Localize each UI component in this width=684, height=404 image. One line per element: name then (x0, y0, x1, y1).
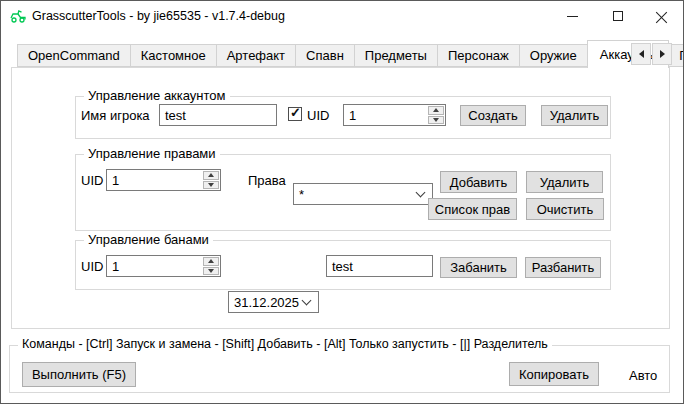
tab-label: Кастомное (141, 48, 206, 63)
ban-group-title: Управление банами (84, 232, 213, 247)
ban-date-picker[interactable]: 31.12.2025 (228, 291, 319, 313)
ban-uid-label: UID (81, 259, 103, 274)
run-command-button[interactable]: Выполнить (F5) (22, 362, 136, 387)
window-title: GrasscutterTools - by jie65535 - v1.7.4-… (32, 9, 285, 23)
spinner-up-icon[interactable] (203, 171, 219, 180)
tab-predmety[interactable]: Предметы (354, 44, 438, 67)
player-name-label: Имя игрока (81, 108, 150, 123)
account-group-title: Управление аккаунтом (84, 88, 230, 103)
unban-button[interactable]: Разбанить (525, 257, 601, 278)
spinner-up-icon[interactable] (203, 257, 219, 266)
spinner-down-icon[interactable] (203, 267, 219, 276)
title-bar: GrasscutterTools - by jie65535 - v1.7.4-… (1, 1, 683, 31)
maximize-button[interactable] (595, 1, 641, 31)
ban-uid-spinner[interactable]: 1 (106, 255, 221, 277)
minimize-icon (567, 16, 578, 17)
tab-label: OpenCommand (28, 48, 120, 63)
delete-account-button[interactable]: Удалить (541, 105, 608, 126)
command-group-title: Команды - [Ctrl] Запуск и замена - [Shif… (18, 337, 552, 351)
minimize-button[interactable] (549, 1, 595, 31)
tab-label: Предметы (365, 48, 427, 63)
chevron-down-icon (302, 296, 312, 306)
permission-value: * (299, 187, 304, 202)
close-icon (656, 10, 668, 22)
tab-opencommand[interactable]: OpenCommand (17, 44, 131, 67)
ban-date-value: 31.12.2025 (234, 295, 299, 310)
tab-label: Артефакт (227, 48, 285, 63)
spinner-down-icon[interactable] (428, 116, 444, 125)
maximize-icon (613, 11, 623, 21)
list-permissions-button[interactable]: Список прав (428, 198, 517, 220)
tab-artefakt[interactable]: Артефакт (216, 44, 296, 67)
permission-uid-value: 1 (107, 170, 203, 190)
close-button[interactable] (639, 1, 684, 31)
account-uid-spinner[interactable]: 1 (343, 104, 446, 126)
permission-label: Права (248, 173, 286, 188)
account-uid-value: 1 (344, 105, 428, 125)
app-window: GrasscutterTools - by jie65535 - v1.7.4-… (0, 0, 684, 404)
permission-combobox[interactable]: * (293, 183, 433, 205)
tab-spavn[interactable]: Спавн (295, 44, 355, 67)
tab-personazh[interactable]: Персонаж (437, 44, 520, 67)
clear-permissions-button[interactable]: Очистить (526, 198, 604, 220)
ban-button[interactable]: Забанить (440, 257, 517, 278)
tab-strip: OpenCommandКастомноеАртефактСпавнПредмет… (17, 40, 684, 68)
tab-label: Почта (679, 48, 684, 63)
tab-label: Спавн (306, 48, 344, 63)
tab-label: Персонаж (448, 48, 509, 63)
tab-scroll-right-button[interactable] (652, 43, 672, 65)
uid-checkbox[interactable] (288, 107, 302, 121)
copy-command-button[interactable]: Копировать (509, 362, 599, 386)
grasscutter-logo-icon (9, 8, 27, 24)
add-permission-button[interactable]: Добавить (440, 171, 517, 193)
create-account-button[interactable]: Создать (460, 105, 526, 126)
tab-oruzhie[interactable]: Оружие (519, 44, 588, 67)
tab-kastomnoe[interactable]: Кастомное (130, 44, 217, 67)
ban-reason-input[interactable]: test (326, 255, 433, 277)
remove-permission-button[interactable]: Удалить (526, 171, 603, 193)
ban-uid-value: 1 (107, 256, 203, 276)
arrow-right-icon (660, 50, 665, 58)
permission-uid-label: UID (81, 173, 103, 188)
permission-group-title: Управление правами (84, 146, 220, 161)
player-name-input[interactable]: test (159, 104, 277, 126)
tab-scroll-left-button[interactable] (631, 43, 651, 65)
spinner-down-icon[interactable] (203, 181, 219, 190)
chevron-down-icon (416, 188, 426, 198)
spinner-up-icon[interactable] (428, 106, 444, 115)
tab-label: Оружие (530, 48, 577, 63)
auto-checkbox-label: Авто (629, 368, 657, 383)
uid-checkbox-label: UID (307, 108, 329, 123)
permission-uid-spinner[interactable]: 1 (106, 169, 221, 191)
arrow-left-icon (639, 50, 644, 58)
